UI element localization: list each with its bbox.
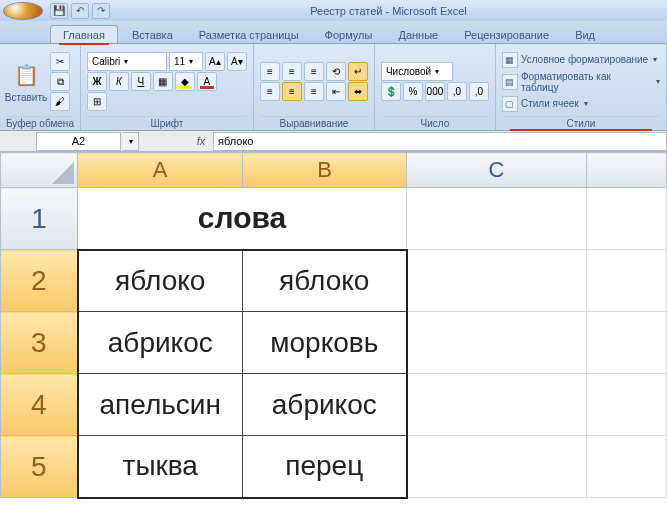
cell-a3[interactable]: абрикос [78,312,243,374]
underline-button[interactable]: Ч [131,72,151,91]
cell-c3[interactable] [407,312,587,374]
format-painter-icon[interactable]: 🖌 [50,92,70,111]
group-clipboard: 📋 Вставить ✂ ⧉ 🖌 Буфер обмена [0,44,81,130]
wrap-text-button[interactable]: ↵ [348,62,368,81]
row-header-5[interactable]: 5 [1,436,78,498]
cell-d3[interactable] [587,312,667,374]
borders-button[interactable]: ⊞ [87,92,107,111]
font-color-button[interactable]: A [197,72,217,91]
save-icon[interactable]: 💾 [50,3,68,19]
cell-styles-icon: ▢ [502,96,518,112]
tab-review[interactable]: Рецензирование [452,26,561,43]
indent-dec-icon[interactable]: ⇤ [326,82,346,101]
name-box[interactable]: A2 [36,132,121,151]
align-top-icon[interactable]: ≡ [260,62,280,81]
font-size-combo[interactable]: 11▾ [169,52,203,71]
cell-d4[interactable] [587,374,667,436]
grow-font-icon[interactable]: A▴ [205,52,225,71]
fx-icon[interactable]: fx [189,135,213,147]
row-header-1[interactable]: 1 [1,188,78,250]
cell-a4[interactable]: апельсин [78,374,243,436]
group-styles: ▦Условное форматирование▾ ▤Форматировать… [496,44,667,130]
cell-d2[interactable] [587,250,667,312]
cell-b4[interactable]: абрикос [243,374,407,436]
worksheet-grid[interactable]: A B C 1 слова 2 яблоко яблоко 3 абрикос … [0,152,667,499]
cond-format-icon: ▦ [502,52,518,68]
orientation-icon[interactable]: ⟲ [326,62,346,81]
window-title: Реестр статей - Microsoft Excel [110,5,667,17]
chevron-down-icon: ▾ [189,57,193,66]
tab-formulas[interactable]: Формулы [313,26,385,43]
align-bottom-icon[interactable]: ≡ [304,62,324,81]
undo-icon[interactable]: ↶ [71,3,89,19]
cut-icon[interactable]: ✂ [50,52,70,71]
cell-b2[interactable]: яблоко [243,250,407,312]
align-center-icon[interactable]: ≡ [282,82,302,101]
formula-bar: A2 ▾ fx яблоко [0,131,667,152]
cell-a5[interactable]: тыква [78,436,243,498]
copy-icon[interactable]: ⧉ [50,72,70,91]
group-align-label: Выравнивание [260,116,368,129]
cell-c5[interactable] [407,436,587,498]
group-font: Calibri▾ 11▾ A▴ A▾ Ж К Ч ▦ ◆ A ⊞ Шрифт [81,44,254,130]
comma-icon[interactable]: 000 [425,82,445,101]
tab-layout[interactable]: Разметка страницы [187,26,311,43]
cell-c2[interactable] [407,250,587,312]
ribbon-tabs: Главная Вставка Разметка страницы Формул… [0,21,667,44]
group-clipboard-label: Буфер обмена [6,116,74,129]
col-header-a[interactable]: A [78,153,243,188]
title-bar: 💾 ↶ ↷ Реестр статей - Microsoft Excel [0,0,667,21]
italic-button[interactable]: К [109,72,129,91]
currency-icon[interactable]: 💲 [381,82,401,101]
col-header-b[interactable]: B [243,153,407,188]
format-as-table-button[interactable]: ▤Форматировать как таблицу▾ [502,72,660,92]
cell-c4[interactable] [407,374,587,436]
select-all-corner[interactable] [1,153,78,188]
office-button[interactable] [3,2,43,20]
cell-b3[interactable]: морковь [243,312,407,374]
chevron-down-icon: ▾ [653,55,657,64]
name-box-dropdown[interactable]: ▾ [123,132,139,151]
border-button[interactable]: ▦ [153,72,173,91]
formula-input[interactable]: яблоко [213,132,667,151]
align-left-icon[interactable]: ≡ [260,82,280,101]
paste-icon: 📋 [11,60,41,90]
dec-decimal-icon[interactable]: ,0 [469,82,489,101]
cell-d5[interactable] [587,436,667,498]
group-alignment: ≡ ≡ ≡ ⟲ ↵ ≡ ≡ ≡ ⇤ ⬌ Выравнивание [254,44,375,130]
cell-d1[interactable] [587,188,667,250]
tab-view[interactable]: Вид [563,26,607,43]
group-number: Числовой▾ 💲 % 000 ,0 ,0 Число [375,44,496,130]
col-header-d[interactable] [587,153,667,188]
align-right-icon[interactable]: ≡ [304,82,324,101]
cell-b5[interactable]: перец [243,436,407,498]
row-header-4[interactable]: 4 [1,374,78,436]
merge-button[interactable]: ⬌ [348,82,368,101]
conditional-formatting-button[interactable]: ▦Условное форматирование▾ [502,50,660,70]
bold-button[interactable]: Ж [87,72,107,91]
inc-decimal-icon[interactable]: ,0 [447,82,467,101]
paste-button[interactable]: 📋 Вставить [6,47,46,116]
number-format-combo[interactable]: Числовой▾ [381,62,453,81]
font-name-combo[interactable]: Calibri▾ [87,52,167,71]
shrink-font-icon[interactable]: A▾ [227,52,247,71]
cell-a2[interactable]: яблоко [78,250,243,312]
cell-styles-button[interactable]: ▢Стили ячеек▾ [502,94,660,114]
group-font-label: Шрифт [87,116,247,129]
tab-home[interactable]: Главная [50,25,118,43]
tab-data[interactable]: Данные [386,26,450,43]
chevron-down-icon: ▾ [124,57,128,66]
row-header-3[interactable]: 3 [1,312,78,374]
percent-icon[interactable]: % [403,82,423,101]
group-styles-label: Стили [502,116,660,129]
col-header-c[interactable]: C [407,153,587,188]
fill-color-button[interactable]: ◆ [175,72,195,91]
cell-c1[interactable] [407,188,587,250]
redo-icon[interactable]: ↷ [92,3,110,19]
row-header-2[interactable]: 2 [1,250,78,312]
tab-insert[interactable]: Вставка [120,26,185,43]
paste-label: Вставить [5,92,47,103]
group-number-label: Число [381,116,489,129]
cell-a1-merged[interactable]: слова [78,188,407,250]
align-middle-icon[interactable]: ≡ [282,62,302,81]
